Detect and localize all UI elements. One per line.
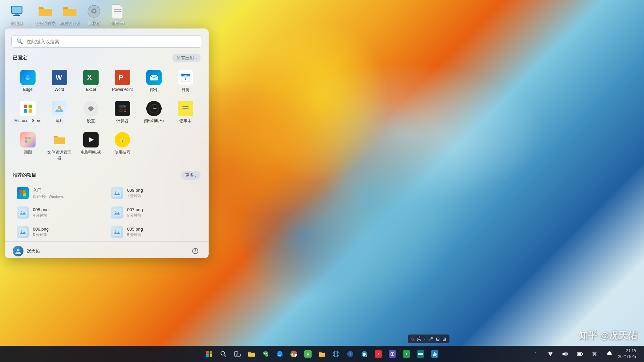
tray-wifi[interactable]: [544, 348, 556, 360]
word-app-icon: W: [52, 70, 67, 85]
ime-grid[interactable]: ⊞: [436, 337, 440, 342]
svg-point-52: [28, 140, 31, 143]
desktop-icon-doc[interactable]: 简历.txt: [104, 3, 131, 26]
getstarted-info: 入门 欢迎使用 Windows: [33, 187, 64, 199]
svg-point-88: [265, 354, 268, 357]
recommended-grid: 入门 欢迎使用 Windows 009.png 1 分钟前: [13, 184, 201, 241]
svg-rect-48: [182, 110, 186, 110]
rec-008-name: 008.png: [33, 207, 49, 212]
pinned-store[interactable]: Microsoft Store: [13, 98, 43, 127]
show-desktop-button[interactable]: [639, 348, 640, 360]
taskbar-music[interactable]: ♪: [372, 348, 384, 360]
rec-005[interactable]: 005.png 5 分钟前: [107, 223, 201, 241]
search-icon: 🔍: [16, 38, 23, 45]
pinned-mail[interactable]: 邮件: [139, 66, 169, 96]
taskbar-app-green[interactable]: P: [302, 348, 314, 360]
pinned-notes[interactable]: 记事本: [170, 98, 201, 127]
clock-time: 21:18: [626, 348, 636, 354]
settings-app-icon: [83, 101, 99, 116]
store-app-icon: [20, 101, 36, 116]
mail-label: 邮件: [150, 87, 158, 93]
ime-menu[interactable]: ⊞: [442, 337, 446, 342]
rec-009[interactable]: 009.png 1 分钟前: [107, 184, 201, 202]
taskbar-app14[interactable]: [386, 348, 398, 360]
desktop-icon-newfolder1[interactable]: 新建文件夹: [32, 3, 59, 26]
ime-mic[interactable]: 🎤: [428, 337, 433, 342]
svg-rect-116: [418, 353, 423, 354]
svg-rect-123: [609, 351, 610, 352]
pinned-fileexp[interactable]: 文件资源管理器: [44, 129, 74, 164]
svg-rect-69: [19, 228, 27, 236]
tray-volume[interactable]: [559, 348, 571, 360]
svg-point-68: [115, 211, 116, 212]
taskview-button[interactable]: [231, 348, 244, 360]
pinned-excel[interactable]: X Excel: [76, 66, 106, 96]
pinned-word[interactable]: W Word: [44, 66, 74, 96]
pinned-edge[interactable]: Edge: [13, 66, 43, 96]
pinned-tips[interactable]: 💡 使用技巧: [107, 129, 138, 164]
svg-point-112: [392, 353, 393, 355]
taskbar-wechat[interactable]: [260, 348, 272, 360]
svg-rect-83: [237, 354, 240, 356]
svg-line-81: [224, 355, 226, 356]
svg-text:X: X: [87, 74, 92, 81]
desktop-icon-pc[interactable]: 此电脑: [3, 3, 30, 26]
rec-008-icon: [17, 206, 29, 219]
taskbar-clock[interactable]: 21:18 2021/10/5: [618, 348, 636, 360]
svg-rect-77: [210, 351, 212, 354]
svg-rect-65: [19, 208, 27, 217]
pinned-calendar[interactable]: ●●●●●●● 5 日历: [170, 66, 201, 96]
rec-007[interactable]: 007.png 5 分钟前: [107, 203, 201, 222]
taskbar-app17[interactable]: [429, 348, 441, 360]
pinned-photos[interactable]: 照片: [44, 98, 74, 127]
rec-getstarted[interactable]: 入门 欢迎使用 Windows: [13, 184, 106, 202]
tray-expand[interactable]: ^: [530, 348, 542, 360]
pinned-clock[interactable]: 闹钟和时钟: [139, 98, 169, 127]
taskbar-app-blue[interactable]: T: [344, 348, 356, 360]
all-apps-button[interactable]: 所有应用 ›: [172, 54, 201, 62]
rec-009-icon: [111, 187, 123, 199]
start-button[interactable]: [203, 348, 215, 360]
search-input[interactable]: [26, 39, 197, 44]
rec-006[interactable]: 006.png 5 分钟前: [13, 223, 106, 241]
rec-007-name: 007.png: [127, 207, 143, 212]
clock-app-icon: [146, 101, 162, 116]
pc-icon: [9, 3, 25, 19]
fileexp-label: 文件资源管理器: [46, 149, 73, 161]
pinned-video[interactable]: 电影和电视: [76, 129, 106, 164]
taskbar-app16[interactable]: [415, 348, 427, 360]
rec-006-icon: [17, 226, 29, 238]
search-bar[interactable]: 🔍: [11, 35, 202, 48]
taskbar-fileexp[interactable]: [246, 348, 258, 360]
taskbar: P T: [0, 346, 644, 362]
ime-lang[interactable]: 英: [417, 336, 421, 342]
more-button[interactable]: 更多 ›: [181, 171, 201, 180]
pinned-calc[interactable]: 0 计算器: [107, 98, 138, 127]
taskbar-globe[interactable]: [330, 348, 342, 360]
taskbar-qq[interactable]: [358, 348, 370, 360]
pinned-ppt[interactable]: P PowerPoint: [107, 66, 138, 96]
rec-005-icon: [111, 226, 123, 238]
rec-007-info: 007.png 5 分钟前: [127, 207, 143, 218]
taskbar-search-button[interactable]: [217, 348, 229, 360]
taskbar-edge[interactable]: [274, 348, 286, 360]
tray-notification[interactable]: [603, 348, 615, 360]
svg-point-90: [267, 355, 268, 356]
svg-point-64: [115, 191, 116, 193]
pinned-paint[interactable]: 画图: [13, 129, 43, 164]
svg-rect-26: [29, 105, 32, 108]
pinned-settings[interactable]: 设置: [76, 98, 106, 127]
desktop-icon-newfolder2[interactable]: 新建文件夹: [56, 3, 83, 26]
desktop-icon-recycle[interactable]: ♻ 回收站: [80, 3, 107, 26]
taskbar-app15[interactable]: ★: [400, 348, 413, 360]
tray-battery[interactable]: [574, 348, 586, 360]
user-info[interactable]: 况天佑: [13, 246, 40, 256]
taskbar-chrome[interactable]: [288, 348, 300, 360]
tray-ime[interactable]: 英: [589, 348, 601, 360]
svg-rect-47: [182, 108, 189, 109]
power-button[interactable]: [190, 246, 201, 256]
notes-app-icon: [178, 101, 193, 116]
rec-008[interactable]: 008.png 4 分钟前: [13, 203, 106, 222]
taskbar-folder[interactable]: [316, 348, 328, 360]
pinned-title: 已固定: [13, 55, 27, 61]
